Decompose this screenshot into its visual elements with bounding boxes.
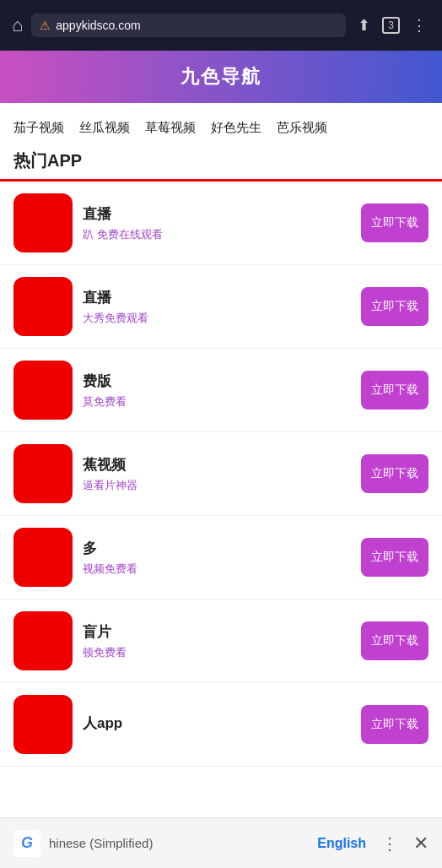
app-name-1: 直播 — [83, 288, 351, 307]
app-name-3: 蕉视频 — [83, 455, 351, 475]
list-item: 直播 趴 免费在线观看 立即下载 — [0, 182, 442, 265]
app-info-5: 盲片 顿免费看 — [83, 622, 351, 660]
app-desc-4: 视频免费看 — [83, 561, 351, 577]
app-desc-1: 大秀免费观看 — [83, 311, 351, 326]
app-name-4: 多 — [83, 539, 351, 558]
app-icon-4 — [13, 528, 73, 587]
list-item: 多 视频免费看 立即下载 — [0, 516, 442, 599]
share-icon[interactable]: ⬆ — [354, 13, 374, 38]
app-name-0: 直播 — [83, 204, 351, 224]
category-nav: 茄子视频 丝瓜视频 草莓视频 好色先生 芭乐视频 — [0, 103, 442, 144]
list-item: 人app 立即下载 — [0, 683, 442, 767]
category-item-1[interactable]: 丝瓜视频 — [79, 120, 130, 136]
list-item: 费版 莫免费看 立即下载 — [0, 349, 442, 432]
category-item-4[interactable]: 芭乐视频 — [277, 120, 327, 136]
tabs-badge[interactable]: 3 — [382, 17, 400, 34]
app-info-0: 直播 趴 免费在线观看 — [83, 204, 351, 242]
translation-close-icon[interactable]: ✕ — [413, 833, 429, 854]
app-name-6: 人app — [83, 713, 351, 733]
list-item: 盲片 顿免费看 立即下载 — [0, 599, 442, 683]
page-title: 九色导航 — [181, 66, 261, 87]
app-icon-0 — [13, 193, 73, 252]
download-button-1[interactable]: 立即下载 — [361, 287, 429, 326]
page-header: 九色导航 — [0, 51, 442, 103]
url-text: appykidsco.com — [56, 19, 337, 32]
app-list: 直播 趴 免费在线观看 立即下载 直播 大秀免费观看 立即下载 费版 莫免费看 … — [0, 182, 442, 767]
app-desc-5: 顿免费看 — [83, 645, 351, 660]
app-icon-1 — [13, 277, 73, 336]
category-item-3[interactable]: 好色先生 — [211, 120, 261, 136]
translation-menu-icon[interactable]: ⋮ — [375, 830, 405, 857]
app-info-4: 多 视频免费看 — [83, 539, 351, 577]
app-desc-3: 逼看片神器 — [83, 478, 351, 493]
list-item: 蕉视频 逼看片神器 立即下载 — [0, 432, 442, 516]
translation-bar: G hinese (Simplified) English ⋮ ✕ — [0, 817, 442, 868]
browser-menu-icon[interactable]: ⋮ — [408, 13, 430, 38]
app-name-2: 费版 — [83, 372, 351, 391]
app-info-2: 费版 莫免费看 — [83, 372, 351, 410]
app-info-3: 蕉视频 逼看片神器 — [83, 455, 351, 493]
app-desc-0: 趴 免费在线观看 — [83, 227, 351, 242]
app-info-6: 人app — [83, 713, 351, 736]
content-area: 茄子视频 丝瓜视频 草莓视频 好色先生 芭乐视频 热门APP 直播 趴 免费在线… — [0, 103, 442, 826]
app-icon-5 — [13, 611, 73, 670]
browser-chrome: ⌂ ⚠ appykidsco.com ⬆ 3 ⋮ — [0, 0, 442, 51]
app-info-1: 直播 大秀免费观看 — [83, 288, 351, 326]
app-icon-2 — [13, 361, 73, 420]
download-button-2[interactable]: 立即下载 — [361, 371, 429, 410]
app-icon-6 — [13, 695, 73, 754]
download-button-4[interactable]: 立即下载 — [361, 538, 429, 577]
app-icon-3 — [13, 444, 73, 503]
list-item: 直播 大秀免费观看 立即下载 — [0, 265, 442, 349]
warning-icon: ⚠ — [40, 19, 51, 32]
app-name-5: 盲片 — [83, 622, 351, 642]
download-button-6[interactable]: 立即下载 — [361, 705, 429, 744]
url-bar[interactable]: ⚠ appykidsco.com — [31, 14, 346, 37]
download-button-3[interactable]: 立即下载 — [361, 454, 429, 493]
category-item-0[interactable]: 茄子视频 — [13, 120, 64, 136]
home-icon[interactable]: ⌂ — [12, 14, 23, 36]
download-button-5[interactable]: 立即下载 — [361, 621, 429, 660]
download-button-0[interactable]: 立即下载 — [361, 203, 429, 242]
translation-target-lang[interactable]: English — [317, 836, 366, 851]
google-translate-icon: G — [13, 830, 40, 857]
section-title: 热门APP — [0, 144, 442, 182]
app-desc-2: 莫免费看 — [83, 394, 351, 410]
translation-source-lang: hinese (Simplified) — [49, 836, 309, 850]
category-item-2[interactable]: 草莓视频 — [145, 120, 196, 136]
